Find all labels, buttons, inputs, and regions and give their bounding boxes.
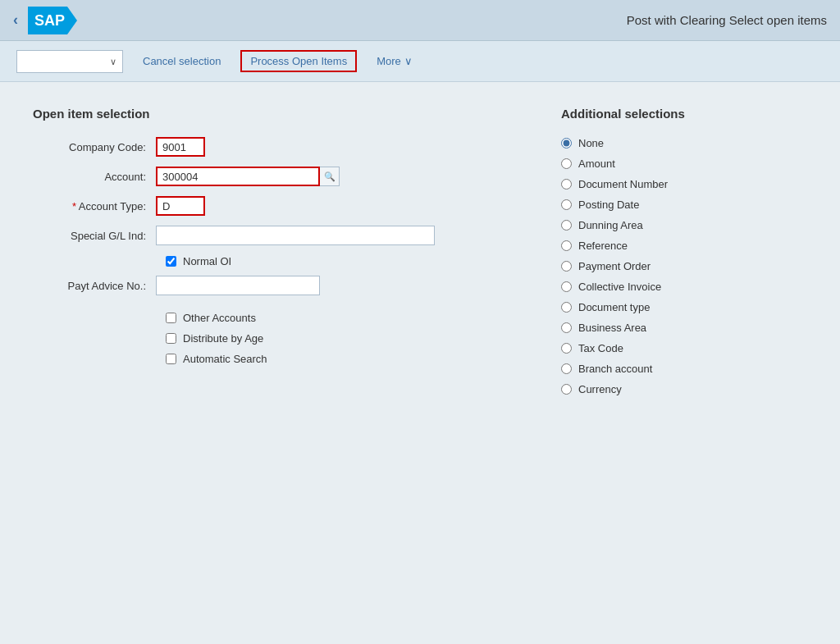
account-input[interactable]: [156, 167, 320, 186]
toolbar-dropdown[interactable]: [16, 50, 123, 73]
special-gl-label: Special G/L Ind:: [33, 230, 156, 242]
more-label: More: [377, 55, 401, 67]
right-panel: Additional selections None Amount Docume…: [561, 107, 807, 404]
account-input-wrapper: 🔍: [156, 167, 340, 186]
radio-reference[interactable]: [561, 240, 572, 251]
sap-logo: SAP: [28, 7, 77, 34]
radio-posting-date[interactable]: [561, 199, 572, 210]
radio-business-area[interactable]: [561, 322, 572, 333]
radio-reference-row: Reference: [561, 240, 807, 252]
radio-currency-row: Currency: [561, 383, 807, 395]
automatic-search-row: Automatic Search: [166, 353, 512, 365]
radio-branch-account-label[interactable]: Branch account: [578, 363, 652, 375]
svg-text:SAP: SAP: [34, 12, 65, 29]
radio-amount[interactable]: [561, 158, 572, 169]
radio-posting-date-row: Posting Date: [561, 199, 807, 211]
radio-dunning-area-row: Dunning Area: [561, 219, 807, 231]
distribute-by-age-checkbox[interactable]: [166, 333, 176, 344]
toolbar-dropdown-wrapper[interactable]: [16, 50, 123, 73]
other-accounts-label[interactable]: Other Accounts: [183, 312, 256, 324]
company-code-label: Company Code:: [33, 141, 156, 153]
radio-payment-order-row: Payment Order: [561, 260, 807, 272]
radio-document-number-label[interactable]: Document Number: [578, 178, 668, 190]
account-search-button[interactable]: 🔍: [320, 167, 340, 186]
radio-amount-label[interactable]: Amount: [578, 158, 615, 170]
toolbar: Cancel selection Process Open Items More…: [0, 41, 840, 82]
special-gl-input[interactable]: [156, 226, 435, 245]
radio-document-number-row: Document Number: [561, 178, 807, 190]
cancel-selection-button[interactable]: Cancel selection: [143, 55, 221, 67]
other-accounts-checkbox[interactable]: [166, 313, 176, 323]
process-open-items-button[interactable]: Process Open Items: [240, 50, 357, 72]
search-icon: 🔍: [324, 171, 336, 182]
back-button[interactable]: ‹: [13, 11, 18, 29]
radio-document-type-label[interactable]: Document type: [578, 301, 650, 313]
right-section-title: Additional selections: [561, 107, 807, 121]
chevron-down-icon: ∨: [404, 55, 413, 67]
automatic-search-label[interactable]: Automatic Search: [183, 353, 267, 365]
radio-currency[interactable]: [561, 384, 572, 395]
radio-tax-code-row: Tax Code: [561, 342, 807, 354]
radio-business-area-row: Business Area: [561, 322, 807, 334]
payt-advice-input[interactable]: [156, 276, 320, 295]
account-type-row: Account Type:: [33, 196, 512, 216]
radio-collective-invoice-label[interactable]: Collective Invoice: [578, 281, 661, 293]
left-section-title: Open item selection: [33, 107, 512, 121]
account-type-label: Account Type:: [33, 200, 156, 212]
distribute-by-age-label[interactable]: Distribute by Age: [183, 332, 263, 345]
radio-dunning-area-label[interactable]: Dunning Area: [578, 219, 643, 231]
account-label: Account:: [33, 171, 156, 183]
page-title: Post with Clearing Select open items: [627, 13, 827, 27]
radio-tax-code-label[interactable]: Tax Code: [578, 342, 623, 354]
company-code-input[interactable]: [156, 137, 205, 157]
radio-document-type-row: Document type: [561, 301, 807, 313]
header-left: ‹ SAP: [13, 7, 77, 34]
normal-oi-label[interactable]: Normal OI: [183, 255, 231, 267]
radio-collective-invoice-row: Collective Invoice: [561, 281, 807, 293]
radio-amount-row: Amount: [561, 158, 807, 170]
company-code-row: Company Code:: [33, 137, 512, 157]
normal-oi-row: Normal OI: [166, 255, 512, 267]
radio-document-number[interactable]: [561, 179, 572, 190]
radio-payment-order[interactable]: [561, 261, 572, 272]
radio-none-row: None: [561, 137, 807, 149]
header: ‹ SAP Post with Clearing Select open ite…: [0, 0, 840, 41]
radio-branch-account-row: Branch account: [561, 363, 807, 375]
distribute-by-age-row: Distribute by Age: [166, 332, 512, 345]
radio-posting-date-label[interactable]: Posting Date: [578, 199, 639, 211]
main-content: Open item selection Company Code: Accoun…: [0, 82, 840, 428]
account-type-input[interactable]: [156, 196, 205, 216]
radio-business-area-label[interactable]: Business Area: [578, 322, 646, 334]
more-button[interactable]: More ∨: [377, 55, 413, 67]
radio-tax-code[interactable]: [561, 343, 572, 354]
payt-advice-label: Payt Advice No.:: [33, 280, 156, 292]
radio-document-type[interactable]: [561, 302, 572, 313]
account-row: Account: 🔍: [33, 167, 512, 186]
normal-oi-checkbox[interactable]: [166, 256, 176, 267]
radio-currency-label[interactable]: Currency: [578, 383, 622, 395]
automatic-search-checkbox[interactable]: [166, 354, 176, 364]
radio-collective-invoice[interactable]: [561, 281, 572, 292]
radio-none[interactable]: [561, 138, 572, 148]
radio-branch-account[interactable]: [561, 363, 572, 374]
radio-none-label[interactable]: None: [578, 137, 604, 149]
radio-dunning-area[interactable]: [561, 220, 572, 231]
payt-advice-row: Payt Advice No.:: [33, 276, 512, 295]
radio-payment-order-label[interactable]: Payment Order: [578, 260, 651, 272]
radio-reference-label[interactable]: Reference: [578, 240, 628, 252]
special-gl-row: Special G/L Ind:: [33, 226, 512, 245]
left-panel: Open item selection Company Code: Accoun…: [33, 107, 512, 404]
other-accounts-row: Other Accounts: [166, 312, 512, 324]
